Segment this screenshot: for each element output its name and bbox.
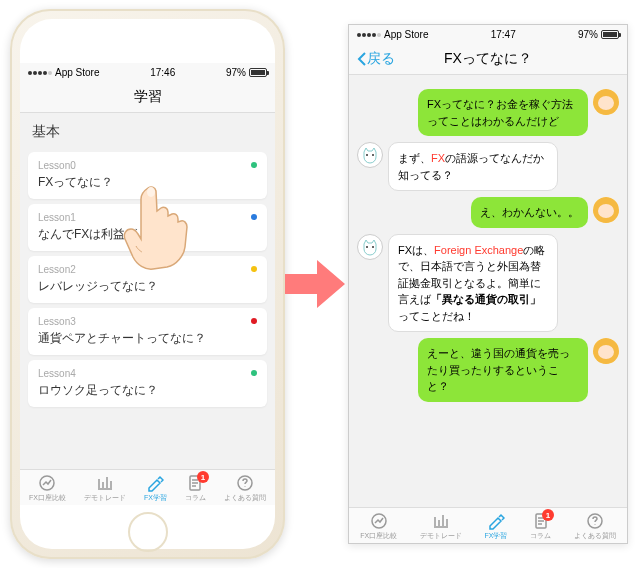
carrier-label: App Store <box>55 67 99 78</box>
message-bubble: FXは、Foreign Exchangeの略で、日本語で言うと外国為替証拠金取引… <box>388 234 558 333</box>
tab-label: コラム <box>530 531 551 541</box>
tab-label: デモトレード <box>84 493 126 503</box>
status-dot-icon <box>251 214 257 220</box>
lesson-card[interactable]: Lesson4 ロウソク足ってなに？ <box>28 360 267 407</box>
tab-label: FX口座比較 <box>29 493 66 503</box>
status-left: App Store <box>357 29 428 40</box>
tab-column[interactable]: コラム 1 <box>530 512 551 541</box>
tab-demo[interactable]: デモトレード <box>420 512 462 541</box>
status-left: App Store <box>28 67 99 78</box>
message-bubble: えーと、違う国の通貨を売ったり買ったりするということ？ <box>418 338 588 402</box>
clock: 17:46 <box>150 67 175 78</box>
lesson-title: 通貨ペアとチャートってなに？ <box>38 330 257 347</box>
tab-faq[interactable]: よくある質問 <box>574 512 616 541</box>
hand-pointer-icon <box>120 180 200 280</box>
tab-fx-compare[interactable]: FX口座比較 <box>360 512 397 541</box>
signal-icon <box>28 71 52 75</box>
nav-title: FXってなに？ <box>444 50 532 68</box>
avatar-girl <box>593 338 619 364</box>
avatar-girl <box>593 89 619 115</box>
back-label: 戻る <box>367 50 395 68</box>
message-list: FXってなに？お金を稼ぐ方法ってことはわかるんだけどまず、FXの語源ってなんだか… <box>349 75 627 507</box>
message-row: FXってなに？お金を稼ぐ方法ってことはわかるんだけど <box>357 89 619 136</box>
message-row: えーと、違う国の通貨を売ったり買ったりするということ？ <box>357 338 619 402</box>
badge: 1 <box>542 509 554 521</box>
lesson-label: Lesson4 <box>38 368 257 379</box>
tab-fx-compare[interactable]: FX口座比較 <box>29 474 66 503</box>
svg-point-4 <box>366 154 368 156</box>
status-dot-icon <box>251 266 257 272</box>
status-dot-icon <box>251 370 257 376</box>
signal-icon <box>357 33 381 37</box>
lesson-label: Lesson0 <box>38 160 257 171</box>
phone-left: App Store 17:46 97% 学習 基本 Lesson0 FXってなに… <box>10 9 285 559</box>
carrier-label: App Store <box>384 29 428 40</box>
message-row: え、わかんない。。 <box>357 197 619 228</box>
tab-label: よくある質問 <box>574 531 616 541</box>
status-right: 97% <box>226 67 267 78</box>
tab-demo[interactable]: デモトレード <box>84 474 126 503</box>
section-header: 基本 <box>20 113 275 147</box>
avatar-cat <box>357 234 383 260</box>
clock: 17:47 <box>491 29 516 40</box>
lesson-title: ロウソク足ってなに？ <box>38 382 257 399</box>
tab-column[interactable]: コラム 1 <box>185 474 206 503</box>
svg-point-5 <box>372 154 374 156</box>
tab-learn[interactable]: FX学習 <box>144 474 167 503</box>
tabbar: FX口座比較 デモトレード FX学習 コラム 1 よくある質問 <box>349 507 627 543</box>
nav-title: 学習 <box>134 88 162 106</box>
tab-faq[interactable]: よくある質問 <box>224 474 266 503</box>
avatar-girl <box>593 197 619 223</box>
arrow-icon <box>285 260 345 308</box>
battery-icon <box>249 68 267 77</box>
tab-label: よくある質問 <box>224 493 266 503</box>
message-row: FXは、Foreign Exchangeの略で、日本語で言うと外国為替証拠金取引… <box>357 234 619 333</box>
message-bubble: まず、FXの語源ってなんだか知ってる？ <box>388 142 558 191</box>
navbar: 学習 <box>20 82 275 113</box>
battery-pct: 97% <box>578 29 598 40</box>
status-bar: App Store 17:47 97% <box>349 25 627 44</box>
pen-icon <box>487 512 505 530</box>
tabbar: FX口座比較 デモトレード FX学習 コラム 1 よくある質問 <box>20 469 275 505</box>
tab-label: コラム <box>185 493 206 503</box>
phone-right: App Store 17:47 97% 戻る FXってなに？ FXってなに？お金… <box>348 24 628 544</box>
pen-icon <box>146 474 164 492</box>
status-right: 97% <box>578 29 619 40</box>
chart-icon <box>38 474 56 492</box>
message-bubble: え、わかんない。。 <box>471 197 588 228</box>
tab-label: デモトレード <box>420 531 462 541</box>
message-bubble: FXってなに？お金を稼ぐ方法ってことはわかるんだけど <box>418 89 588 136</box>
chart-icon <box>370 512 388 530</box>
message-row: まず、FXの語源ってなんだか知ってる？ <box>357 142 619 191</box>
navbar: 戻る FXってなに？ <box>349 44 627 75</box>
status-bar: App Store 17:46 97% <box>20 63 275 82</box>
svg-point-7 <box>372 246 374 248</box>
chevron-left-icon <box>357 52 367 66</box>
graph-icon <box>96 474 114 492</box>
back-button[interactable]: 戻る <box>357 50 395 68</box>
tab-label: FX学習 <box>144 493 167 503</box>
status-dot-icon <box>251 318 257 324</box>
lesson-card[interactable]: Lesson3 通貨ペアとチャートってなに？ <box>28 308 267 355</box>
svg-point-3 <box>147 187 155 197</box>
help-icon <box>236 474 254 492</box>
home-button[interactable] <box>128 512 168 552</box>
help-icon <box>586 512 604 530</box>
status-dot-icon <box>251 162 257 168</box>
battery-icon <box>601 30 619 39</box>
tab-learn[interactable]: FX学習 <box>484 512 507 541</box>
avatar-cat <box>357 142 383 168</box>
screen-learning: App Store 17:46 97% 学習 基本 Lesson0 FXってなに… <box>20 63 275 505</box>
battery-pct: 97% <box>226 67 246 78</box>
phone-inner: App Store 17:46 97% 学習 基本 Lesson0 FXってなに… <box>20 19 275 549</box>
tab-label: FX学習 <box>484 531 507 541</box>
svg-point-6 <box>366 246 368 248</box>
lesson-label: Lesson3 <box>38 316 257 327</box>
tab-label: FX口座比較 <box>360 531 397 541</box>
badge: 1 <box>197 471 209 483</box>
graph-icon <box>432 512 450 530</box>
lesson-title: レバレッジってなに？ <box>38 278 257 295</box>
